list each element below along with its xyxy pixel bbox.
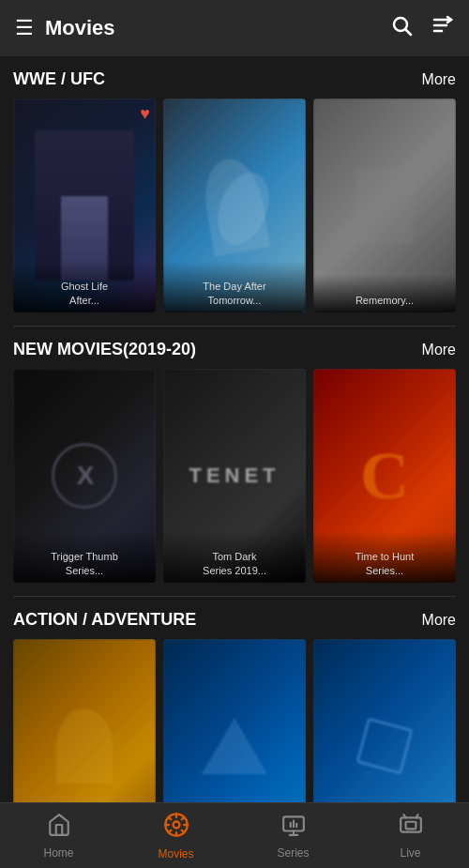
- movie-title-new3: Time to HuntSeries...: [313, 531, 456, 583]
- svg-rect-22: [405, 821, 416, 829]
- header-title: Movies: [45, 16, 390, 40]
- menu-icon[interactable]: ☰: [15, 18, 34, 38]
- nav-item-live[interactable]: Live: [352, 805, 469, 867]
- movies-icon: [163, 812, 189, 844]
- section-wwe-ufc: WWE / UFC More ♥ Ghost LifeAfter...: [0, 56, 469, 312]
- sort-icon[interactable]: [431, 14, 454, 42]
- more-button-new[interactable]: More: [422, 342, 456, 358]
- section-action: ACTION / ADVENTURE More: [0, 597, 469, 802]
- nav-item-series[interactable]: Series: [234, 805, 352, 867]
- svg-line-13: [181, 816, 184, 819]
- nav-label-series: Series: [277, 846, 309, 860]
- movie-card-wwe3[interactable]: Rememory...: [313, 99, 456, 312]
- movie-title-wwe2: The Day AfterTomorrow...: [163, 261, 306, 312]
- main-content: WWE / UFC More ♥ Ghost LifeAfter...: [0, 56, 469, 802]
- movie-title-new2: Tom DarkSeries 2019...: [163, 531, 306, 583]
- header-icons: [390, 14, 454, 42]
- nav-item-home[interactable]: Home: [0, 805, 117, 867]
- nav-label-live: Live: [400, 846, 420, 860]
- heart-badge-wwe1: ♥: [140, 104, 150, 124]
- movie-card-wwe2[interactable]: The Day AfterTomorrow...: [163, 99, 306, 312]
- svg-line-11: [168, 816, 171, 819]
- nav-label-home: Home: [43, 846, 73, 860]
- movie-card-act1[interactable]: [13, 639, 156, 802]
- movie-card-act3[interactable]: [313, 639, 456, 802]
- section-header-action: ACTION / ADVENTURE More: [13, 610, 456, 630]
- app-header: ☰ Movies: [0, 0, 469, 56]
- svg-line-14: [168, 830, 171, 832]
- section-header-new: NEW MOVIES(2019-20) More: [13, 340, 456, 359]
- more-button-wwe[interactable]: More: [422, 71, 456, 88]
- section-title-new: NEW MOVIES(2019-20): [13, 340, 196, 359]
- section-header-wwe: WWE / UFC More: [13, 69, 456, 89]
- search-icon[interactable]: [390, 14, 413, 42]
- movie-card-new1[interactable]: X Trigger ThumbSeries...: [13, 369, 156, 583]
- more-button-action[interactable]: More: [422, 612, 456, 629]
- movie-grid-action: [13, 639, 456, 802]
- movie-title-new1: Trigger ThumbSeries...: [13, 531, 156, 583]
- section-title-wwe: WWE / UFC: [13, 69, 105, 89]
- svg-point-6: [173, 821, 179, 828]
- svg-line-12: [181, 830, 184, 832]
- nav-label-movies: Movies: [158, 847, 193, 860]
- nav-item-movies[interactable]: Movies: [117, 804, 234, 868]
- live-icon: [399, 813, 423, 843]
- movie-grid-new: X Trigger ThumbSeries... TENET Tom Dark: [13, 369, 456, 583]
- movie-title-wwe1: Ghost LifeAfter...: [13, 261, 156, 312]
- movie-card-new3[interactable]: C Time to HuntSeries...: [313, 369, 456, 583]
- series-icon: [281, 813, 306, 843]
- home-icon: [47, 813, 71, 843]
- svg-line-1: [406, 30, 412, 36]
- bottom-navigation: Home Movies: [0, 802, 469, 868]
- movie-title-wwe3: Rememory...: [313, 275, 456, 312]
- section-new-movies: NEW MOVIES(2019-20) More X Trigger Thumb…: [0, 327, 469, 583]
- movie-card-new2[interactable]: TENET Tom DarkSeries 2019...: [163, 369, 306, 583]
- movie-grid-wwe: ♥ Ghost LifeAfter... The Day AfterTomorr…: [13, 99, 456, 312]
- movie-card-wwe1[interactable]: ♥ Ghost LifeAfter...: [13, 99, 156, 312]
- section-title-action: ACTION / ADVENTURE: [13, 610, 196, 630]
- movie-card-act2[interactable]: [163, 639, 306, 802]
